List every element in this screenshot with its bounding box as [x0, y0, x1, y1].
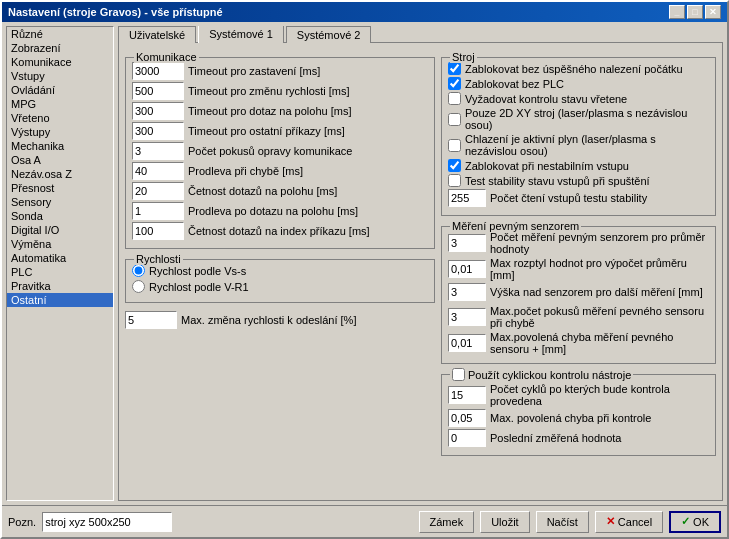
field-row-6: Četnost dotazů na polohu [ms]: [132, 182, 428, 200]
cb-label-6: Test stability stavu vstupů při spuštění: [465, 175, 650, 187]
timeout-ostatni-input[interactable]: [132, 122, 184, 140]
cb-row-5: Zablokovat při nestabilním vstupu: [448, 159, 709, 172]
pocet-pokusu-label: Počet pokusů opravy komunikace: [188, 145, 352, 157]
radio-row-1: Rychlost podle V-R1: [132, 280, 428, 293]
tab-systemove1[interactable]: Systémové 1: [198, 26, 284, 43]
field-row-3: Timeout pro ostatní příkazy [ms]: [132, 122, 428, 140]
sidebar-item-plc[interactable]: PLC: [7, 265, 113, 279]
sidebar-item-vstupy[interactable]: Vstupy: [7, 69, 113, 83]
field-row-7: Prodleva po dotazu na polohu [ms]: [132, 202, 428, 220]
sidebar-item-osa-a[interactable]: Osa A: [7, 153, 113, 167]
mereni-row-2: Výška nad senzorem pro další měření [mm]: [448, 283, 709, 301]
sidebar-item-sonda[interactable]: Sonda: [7, 209, 113, 223]
radio-vs-s[interactable]: [132, 264, 145, 277]
sidebar-item-mechanika[interactable]: Mechanika: [7, 139, 113, 153]
sidebar-item-r-zn-[interactable]: Různé: [7, 27, 113, 41]
cb-zablokovat-pocatek[interactable]: [448, 62, 461, 75]
sidebar-item-v-eteno[interactable]: Vřeteno: [7, 111, 113, 125]
pocet-mereni-label: Počet měření pevným senzorem pro průměr …: [490, 231, 709, 255]
rychlosti-group: Rychlosti Rychlost podle Vs-s Rychlost p…: [125, 259, 435, 303]
cb-cyklicka[interactable]: [452, 368, 465, 381]
sidebar-item-v-m-na[interactable]: Výměna: [7, 237, 113, 251]
cetnost-index-input[interactable]: [132, 222, 184, 240]
posledni-zmerena-input[interactable]: [448, 429, 486, 447]
pocet-cteni-input[interactable]: [448, 189, 486, 207]
window-title: Nastavení (stroje Gravos) - vše přístupn…: [8, 6, 223, 18]
cb-row-3: Pouze 2D XY stroj (laser/plasma s nezávi…: [448, 107, 709, 131]
cb-zablokovat-plc[interactable]: [448, 77, 461, 90]
cb-2d-xy[interactable]: [448, 113, 461, 126]
minimize-button[interactable]: _: [669, 5, 685, 19]
max-rozptyl-input[interactable]: [448, 260, 486, 278]
cb-label-3: Pouze 2D XY stroj (laser/plasma s nezávi…: [465, 107, 709, 131]
timeout-polohu-input[interactable]: [132, 102, 184, 120]
sidebar-item-ostatn-[interactable]: Ostatní: [7, 293, 113, 307]
cetnost-polohu-input[interactable]: [132, 182, 184, 200]
cetnost-index-label: Četnost dotazů na index příkazu [ms]: [188, 225, 370, 237]
komunikace-group: Komunikace Timeout pro zastavení [ms] Ti…: [125, 57, 435, 249]
sidebar-item-v-stupy[interactable]: Výstupy: [7, 125, 113, 139]
cb-test-stability[interactable]: [448, 174, 461, 187]
max-pokusu-label: Max.počet pokusů měření pevného sensoru …: [490, 305, 709, 329]
nacist-button[interactable]: Načíst: [536, 511, 589, 533]
cb-vyzadovat-kontrolu[interactable]: [448, 92, 461, 105]
mereni-row-3: Max.počet pokusů měření pevného sensoru …: [448, 305, 709, 329]
prodleva-chyba-input[interactable]: [132, 162, 184, 180]
cancel-icon: ✕: [606, 515, 615, 528]
max-povolena-chyba-label: Max.povolená chyba měření pevného sensor…: [490, 331, 709, 355]
pozn-input[interactable]: [42, 512, 172, 532]
ulozit-button[interactable]: Uložit: [480, 511, 530, 533]
sidebar-item-sensory[interactable]: Sensory: [7, 195, 113, 209]
komunikace-title: Komunikace: [134, 51, 199, 63]
cb-label-1: Zablokovat bez PLC: [465, 78, 564, 90]
sidebar-item-ovl-d-n-[interactable]: Ovládání: [7, 83, 113, 97]
max-povolena-chyba-input[interactable]: [448, 334, 486, 352]
sidebar-item-digital-i-o[interactable]: Digital I/O: [7, 223, 113, 237]
zamek-button[interactable]: Zámek: [419, 511, 475, 533]
close-button[interactable]: ✕: [705, 5, 721, 19]
sidebar-item-zobrazen-[interactable]: Zobrazení: [7, 41, 113, 55]
pocet-cyklu-input[interactable]: [448, 386, 486, 404]
radio-v-r1-label: Rychlost podle V-R1: [149, 281, 249, 293]
timeout-rychlosti-input[interactable]: [132, 82, 184, 100]
cyklicka-group: Použít cyklickou kontrolu nástroje Počet…: [441, 374, 716, 456]
field-row-2: Timeout pro dotaz na polohu [ms]: [132, 102, 428, 120]
cb-nestabilni[interactable]: [448, 159, 461, 172]
sidebar-item-p-esnost[interactable]: Přesnost: [7, 181, 113, 195]
vyska-senzorem-input[interactable]: [448, 283, 486, 301]
rychlosti-title: Rychlosti: [134, 253, 183, 265]
pocet-pokusu-input[interactable]: [132, 142, 184, 160]
sidebar-item-mpg[interactable]: MPG: [7, 97, 113, 111]
max-pokusu-input[interactable]: [448, 308, 486, 326]
sidebar-item-komunikace[interactable]: Komunikace: [7, 55, 113, 69]
ok-button[interactable]: ✓ OK: [669, 511, 721, 533]
mereni-group: Měření pevným senzorem Počet měření pevn…: [441, 226, 716, 364]
radio-vs-s-label: Rychlost podle Vs-s: [149, 265, 246, 277]
pocet-mereni-input[interactable]: [448, 234, 486, 252]
cb-chlazeni[interactable]: [448, 139, 461, 152]
timeout-ostatni-label: Timeout pro ostatní příkazy [ms]: [188, 125, 345, 137]
max-povolena-chyba-cykl-label: Max. povolená chyba při kontrole: [490, 412, 651, 424]
timeout-zastaveni-input[interactable]: [132, 62, 184, 80]
mereni-row-1: Max rozptyl hodnot pro výpočet průměru […: [448, 257, 709, 281]
radio-v-r1[interactable]: [132, 280, 145, 293]
bottom-bar: Pozn. Zámek Uložit Načíst ✕ Cancel ✓ OK: [2, 505, 727, 537]
prodleva-dotaz-input[interactable]: [132, 202, 184, 220]
max-zmena-input[interactable]: [125, 311, 177, 329]
prodleva-chyba-label: Prodleva při chybě [ms]: [188, 165, 303, 177]
maximize-button[interactable]: □: [687, 5, 703, 19]
sidebar-item-nez-v-osa-z[interactable]: Nezáv.osa Z: [7, 167, 113, 181]
cb-row-1: Zablokovat bez PLC: [448, 77, 709, 90]
sidebar-item-pravitka[interactable]: Pravitka: [7, 279, 113, 293]
timeout-zastaveni-label: Timeout pro zastavení [ms]: [188, 65, 320, 77]
cancel-button[interactable]: ✕ Cancel: [595, 511, 663, 533]
prodleva-dotaz-label: Prodleva po dotazu na polohu [ms]: [188, 205, 358, 217]
posledni-zmerena-label: Poslední změřená hodnota: [490, 432, 621, 444]
vyska-senzorem-label: Výška nad senzorem pro další měření [mm]: [490, 286, 703, 298]
tab-systemove2[interactable]: Systémové 2: [286, 26, 372, 43]
cb-row-6: Test stability stavu vstupů při spuštění: [448, 174, 709, 187]
max-povolena-chyba-cykl-input[interactable]: [448, 409, 486, 427]
right-column: Stroj Zablokovat bez úspěšného nalezení …: [441, 49, 716, 494]
sidebar-item-automatika[interactable]: Automatika: [7, 251, 113, 265]
tab-uzivatelske[interactable]: Uživatelské: [118, 26, 196, 43]
